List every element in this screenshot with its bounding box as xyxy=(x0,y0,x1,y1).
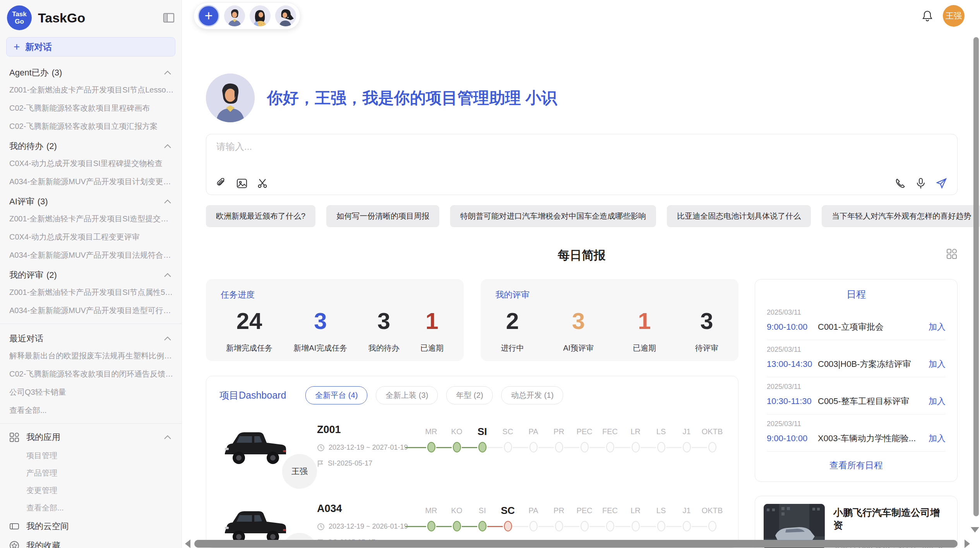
assistant-avatar-group: + xyxy=(194,2,300,29)
milestone-dot xyxy=(657,442,665,452)
section-ai-review[interactable]: AI评审 (3) xyxy=(0,191,182,210)
dashboard-title: 项目Dashboard xyxy=(219,389,286,402)
list-item[interactable]: A034-全新新能源MUV产品开发项目计划变更表编写 xyxy=(0,173,182,191)
layout-grid-icon[interactable] xyxy=(946,248,958,260)
join-link[interactable]: 加入 xyxy=(929,433,946,444)
milestone-label: J1 xyxy=(682,503,690,517)
join-link[interactable]: 加入 xyxy=(929,358,946,370)
dashboard-tabs: 全新平台 (4) 全新上装 (3) 年型 (2) 动总开发 (1) xyxy=(305,386,563,404)
join-link[interactable]: 加入 xyxy=(929,321,946,333)
main-content: 你好，王强，我是你的项目管理助理 小识 xyxy=(182,32,980,548)
milestone-sc: SC xyxy=(495,425,521,452)
horizontal-scrollbar[interactable] xyxy=(185,539,970,548)
join-link[interactable]: 加入 xyxy=(929,396,946,407)
sidebar-item-cloud-space[interactable]: 我的云空间 xyxy=(0,517,182,536)
suggestion-chip[interactable]: 比亚迪全固态电池计划具体说了什么 xyxy=(667,205,811,227)
view-all-schedule-link[interactable]: 查看所有日程 xyxy=(767,452,946,474)
add-assistant-button[interactable]: + xyxy=(198,5,219,27)
horizontal-scrollbar-thumb[interactable] xyxy=(194,540,958,548)
sidebar-collapse-icon[interactable] xyxy=(163,12,175,23)
tab-model-year[interactable]: 年型 (2) xyxy=(446,386,493,404)
milestone-dot xyxy=(581,521,589,531)
section-title: Agent已办 xyxy=(9,67,49,79)
schedule-name: C003|H0B-方案冻结评审 xyxy=(818,358,923,370)
suggestion-chip[interactable]: 当下年轻人对汽车外观有怎样的喜好趋势 xyxy=(822,205,980,227)
sidebar-item-favorites[interactable]: 我的收藏 xyxy=(0,536,182,548)
suggestion-chip[interactable]: 欧洲新规最近颁布了什么? xyxy=(206,205,315,227)
main-area: + 王强 xyxy=(182,0,980,548)
sidebar-item-product-mgmt[interactable]: 产品管理 xyxy=(0,464,182,482)
milestone-dot xyxy=(529,521,538,531)
list-item[interactable]: Z001-全新燃油轻卡产品开发项目SI节点属性5D文件评审 xyxy=(0,283,182,301)
stat-overdue: 1 已逾期 xyxy=(420,308,444,353)
sidebar-item-my-apps[interactable]: 我的应用 xyxy=(0,428,182,447)
list-item[interactable]: A034-全新新能源MUV产品开发项目造型可行性评审 xyxy=(0,301,182,320)
milestone-dot xyxy=(632,442,640,452)
milestone-dot xyxy=(581,442,589,452)
tab-new-platform[interactable]: 全新平台 (4) xyxy=(305,386,367,404)
tab-powertrain[interactable]: 动总开发 (1) xyxy=(501,386,563,404)
scroll-left-arrow-icon[interactable] xyxy=(185,539,190,548)
schedule-item: 2025/03/11 9:00-10:00 C001-立项审批会 加入 xyxy=(767,303,946,340)
milestone-label: PEC xyxy=(576,503,592,517)
new-chat-label: 新对话 xyxy=(25,41,52,53)
notification-bell-icon[interactable] xyxy=(922,10,933,22)
avatar-man[interactable] xyxy=(224,5,245,26)
new-chat-button[interactable]: + 新对话 xyxy=(6,37,175,57)
milestone-dot xyxy=(453,442,461,452)
suggestion-chip[interactable]: 如何写一份清晰的项目周报 xyxy=(326,205,439,227)
chat-input[interactable] xyxy=(216,141,947,152)
image-icon[interactable] xyxy=(236,178,247,188)
stat-label: 待评审 xyxy=(695,343,718,353)
list-item[interactable]: C02-飞腾新能源轻客改款项目的闭环通告反馈情况 xyxy=(0,365,182,383)
chevron-up-icon[interactable] xyxy=(164,144,171,149)
list-item[interactable]: 公司Q3轻卡销量 xyxy=(0,383,182,401)
list-item[interactable]: C0X4-动力总成开发项目工程变更评审 xyxy=(0,228,182,246)
scroll-down-arrow-icon[interactable] xyxy=(971,527,979,533)
attachment-icon[interactable] xyxy=(216,178,226,189)
suggestion-chip[interactable]: 特朗普可能对进口汽车增税会对中国车企造成哪些影响 xyxy=(450,205,656,227)
section-recent-chats[interactable]: 最近对话 xyxy=(0,328,182,347)
milestone-lr: LR xyxy=(623,503,648,531)
project-row-z001[interactable]: 王强 Z001 2023-12-19 ~ 2027-01-19 xyxy=(219,422,725,483)
scroll-right-arrow-icon[interactable] xyxy=(965,539,970,548)
list-item[interactable]: Z001-全新燃油轻卡产品开发项目SI造型提交物评审 xyxy=(0,210,182,228)
section-my-review[interactable]: 我的评审 (2) xyxy=(0,264,182,283)
list-item[interactable]: C02-飞腾新能源轻客改款项目立项汇报方案 xyxy=(0,117,182,135)
schedule-row: 10:30-11:30 C005-整车工程目标评审 加入 xyxy=(767,396,946,407)
chevron-up-icon[interactable] xyxy=(164,435,171,440)
phone-icon[interactable] xyxy=(895,178,906,189)
scissors-icon[interactable] xyxy=(257,178,268,189)
chevron-up-icon[interactable] xyxy=(164,336,171,341)
tab-new-body[interactable]: 全新上装 (3) xyxy=(376,386,438,404)
sidebar-item-change-mgmt[interactable]: 变更管理 xyxy=(0,482,182,499)
avatar-woman-2[interactable] xyxy=(275,5,296,26)
section-my-todo[interactable]: 我的待办 (2) xyxy=(0,135,182,154)
chevron-up-icon[interactable] xyxy=(164,70,171,75)
section-agent-done[interactable]: Agent已办 (3) xyxy=(0,62,182,81)
sidebar-item-apps-view-all[interactable]: 查看全部... xyxy=(0,499,182,517)
milestone-oktb: OKTB xyxy=(699,503,725,531)
list-item[interactable]: 解释最新出台的欧盟报废车法规再生塑料比例被调至15%... xyxy=(0,347,182,365)
list-item[interactable]: A034-全新新能源MUV产品开发项目法规符合性评审 xyxy=(0,246,182,264)
task-progress-stats: 24 新增完成任务 3 新增AI完成任务 3 我的待办 xyxy=(221,308,449,353)
list-item[interactable]: Z001-全新燃油皮卡产品开发项目SI节点Lesson Learn报告 xyxy=(0,81,182,99)
chevron-up-icon[interactable] xyxy=(164,273,171,277)
recent-view-all[interactable]: 查看全部... xyxy=(0,401,182,420)
user-avatar[interactable]: 王强 xyxy=(943,5,965,27)
microphone-icon[interactable] xyxy=(916,178,925,189)
milestone-track: MR KO SI SC PA PR PEC FEC LR LS J1 xyxy=(418,422,725,452)
divider xyxy=(0,324,182,324)
vertical-scrollbar-thumb[interactable] xyxy=(973,37,979,516)
avatar-woman-1[interactable] xyxy=(250,5,271,26)
milestone-si-current: SI xyxy=(469,425,495,452)
schedule-name: C001-立项审批会 xyxy=(818,321,923,333)
send-icon[interactable] xyxy=(935,178,947,189)
sidebar-item-project-mgmt[interactable]: 项目管理 xyxy=(0,447,182,464)
list-item[interactable]: C02-飞腾新能源轻客改款项目里程碑画布 xyxy=(0,99,182,117)
stat-new-completed: 24 新增完成任务 xyxy=(226,308,272,353)
list-item[interactable]: C0X4-动力总成开发项目SI里程碑提交物检查 xyxy=(0,154,182,173)
stats-row: 任务进度 24 新增完成任务 3 新增AI完成任务 xyxy=(206,279,738,361)
chevron-up-icon[interactable] xyxy=(164,199,171,204)
vertical-scrollbar[interactable] xyxy=(971,0,980,548)
